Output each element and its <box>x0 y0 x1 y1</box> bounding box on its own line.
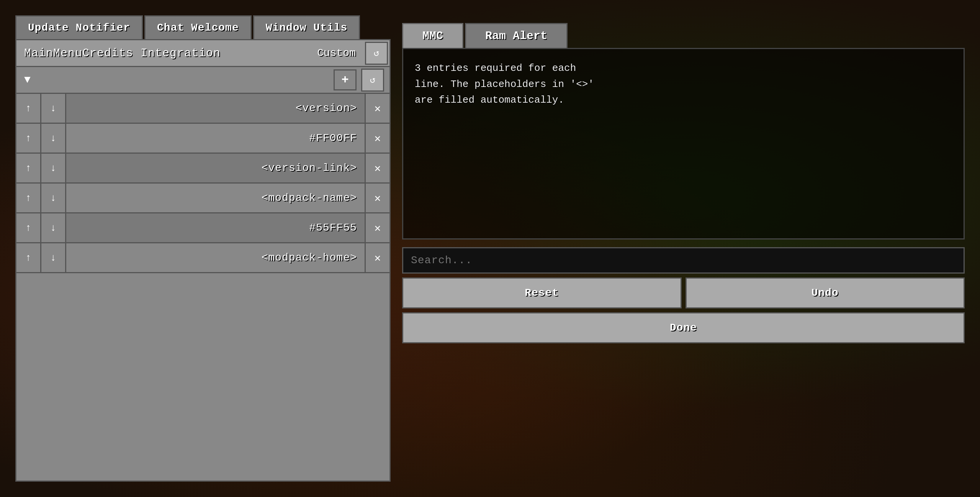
tab-chat-welcome[interactable]: Chat Welcome <box>144 15 252 39</box>
search-input[interactable] <box>402 247 965 274</box>
undo-button[interactable]: Undo <box>686 277 965 308</box>
tab-update-notifier[interactable]: Update Notifier <box>15 15 143 39</box>
panel-body: MainMenuCredits Integration Custom ↺ ▼ +… <box>15 39 391 482</box>
move-down-button-1[interactable]: ↓ <box>41 94 66 123</box>
info-area: 3 entries required for each line. The pl… <box>402 48 965 239</box>
bottom-buttons: Reset Undo Done <box>402 277 965 343</box>
done-button[interactable]: Done <box>402 312 965 343</box>
filter-icon: ▼ <box>20 74 34 86</box>
reset-undo-row: Reset Undo <box>402 277 965 308</box>
entry-row-1: ↑ ↓ <version> ✕ <box>16 94 389 124</box>
entry-row-2: ↑ ↓ #FF00FF ✕ <box>16 124 389 154</box>
move-down-button-6[interactable]: ↓ <box>41 243 66 272</box>
move-up-button-4[interactable]: ↑ <box>16 184 41 212</box>
move-down-button-2[interactable]: ↓ <box>41 124 66 153</box>
remove-button-4[interactable]: ✕ <box>365 184 389 212</box>
tab-ram-alert[interactable]: Ram Alert <box>465 23 568 48</box>
remove-button-6[interactable]: ✕ <box>365 243 389 272</box>
entry-value-4: <modpack-name> <box>66 192 365 204</box>
move-up-button-2[interactable]: ↑ <box>16 124 41 153</box>
move-down-button-3[interactable]: ↓ <box>41 154 66 182</box>
entry-row-5: ↑ ↓ #55FF55 ✕ <box>16 213 389 243</box>
entry-row-6: ↑ ↓ <modpack-home> ✕ <box>16 243 389 273</box>
panel-subtitle: Custom <box>309 47 363 59</box>
tab-window-utils[interactable]: Window Utils <box>253 15 360 39</box>
entry-value-3: <version-link> <box>66 162 365 174</box>
add-entry-button[interactable]: + <box>334 69 357 90</box>
reload-button[interactable]: ↺ <box>361 69 384 92</box>
move-up-button-5[interactable]: ↑ <box>16 213 41 242</box>
tab-mmc[interactable]: MMC <box>402 23 463 48</box>
remove-button-2[interactable]: ✕ <box>365 124 389 153</box>
entry-value-5: #55FF55 <box>66 222 365 234</box>
entry-row-4: ↑ ↓ <modpack-name> ✕ <box>16 184 389 213</box>
entry-value-2: #FF00FF <box>66 132 365 144</box>
remove-button-5[interactable]: ✕ <box>365 213 389 242</box>
refresh-button[interactable]: ↺ <box>365 42 388 65</box>
right-panel: MMC Ram Alert 3 entries required for eac… <box>402 15 965 482</box>
info-text: 3 entries required for each line. The pl… <box>415 62 594 106</box>
remove-button-1[interactable]: ✕ <box>365 94 389 123</box>
title-row: MainMenuCredits Integration Custom ↺ <box>16 40 389 67</box>
move-down-button-5[interactable]: ↓ <box>41 213 66 242</box>
move-up-button-3[interactable]: ↑ <box>16 154 41 182</box>
filter-row: ▼ + ↺ <box>16 67 389 94</box>
move-down-button-4[interactable]: ↓ <box>41 184 66 212</box>
entry-row-3: ↑ ↓ <version-link> ✕ <box>16 154 389 184</box>
panel-title: MainMenuCredits Integration <box>16 47 309 60</box>
entry-value-1: <version> <box>66 102 365 114</box>
reset-button[interactable]: Reset <box>402 277 682 308</box>
remove-button-3[interactable]: ✕ <box>365 154 389 182</box>
entry-value-6: <modpack-home> <box>66 252 365 264</box>
left-panel: Update Notifier Chat Welcome Window Util… <box>15 15 391 482</box>
tabs-row: Update Notifier Chat Welcome Window Util… <box>15 15 391 39</box>
right-tabs: MMC Ram Alert <box>402 23 965 48</box>
move-up-button-1[interactable]: ↑ <box>16 94 41 123</box>
move-up-button-6[interactable]: ↑ <box>16 243 41 272</box>
